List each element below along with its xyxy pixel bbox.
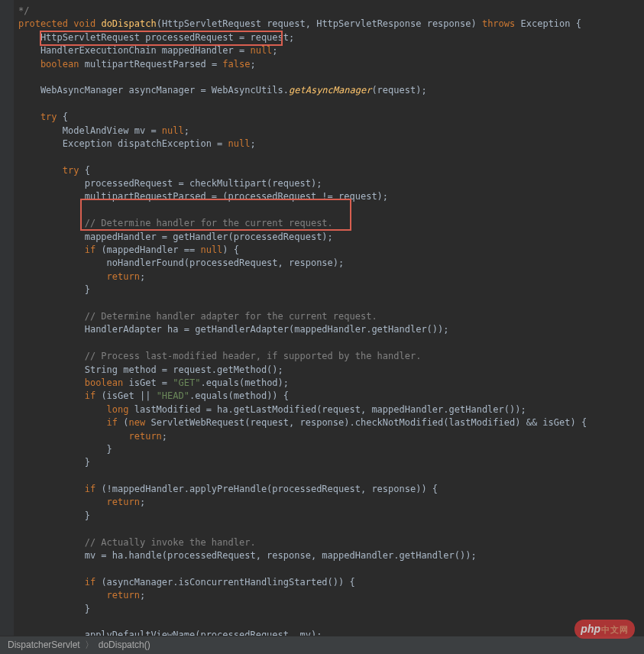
code-line: } — [18, 604, 90, 614]
code-token: null — [250, 45, 272, 56]
code-token: try — [18, 165, 79, 176]
code-token: (!mappedHandler.applyPreHandle(processed… — [95, 484, 438, 494]
code-token: .equals(method); — [200, 377, 289, 388]
code-line: HandlerAdapter ha = getHandlerAdapter(ma… — [18, 324, 449, 335]
code-token: ; — [140, 590, 145, 601]
code-token: try — [18, 112, 57, 122]
code-token: if — [18, 417, 118, 428]
code-line: // Determine handler adapter for the cur… — [18, 311, 377, 322]
code-line: // Determine handler for the current req… — [18, 218, 333, 228]
code-token: .equals(method)) { — [189, 390, 289, 401]
code-token: ; — [140, 271, 145, 282]
watermark-main: php — [581, 623, 600, 635]
code-line: String method = request.getMethod(); — [18, 364, 283, 375]
code-token: ServletWebRequest(request, response).che… — [145, 417, 587, 428]
code-line: */ — [18, 5, 29, 16]
code-token: doDispatch — [101, 18, 156, 29]
code-token: return — [18, 431, 162, 442]
code-line: noHandlerFound(processedRequest, respons… — [18, 257, 344, 268]
breadcrumb-item[interactable]: doDispatch() — [99, 639, 150, 652]
code-token: throws — [482, 18, 515, 29]
code-token: isGet = — [123, 377, 173, 388]
code-token: if — [18, 390, 95, 401]
code-token: if — [18, 484, 95, 494]
code-token: boolean — [18, 59, 79, 70]
code-token: protected — [18, 18, 68, 29]
code-token: return — [18, 590, 140, 601]
code-token: ; — [272, 45, 277, 56]
code-token: false — [222, 59, 250, 70]
code-line: // Process last-modified header, if supp… — [18, 351, 421, 361]
code-token: null — [200, 244, 222, 255]
code-token: return — [18, 271, 140, 282]
code-token: Exception dispatchException = — [18, 138, 228, 149]
code-token: ; — [184, 125, 189, 136]
code-token: ; — [162, 431, 167, 442]
code-line: } — [18, 284, 90, 295]
code-token: long — [18, 404, 129, 415]
code-line: // Actually invoke the handler. — [18, 537, 256, 548]
code-token: multipartRequestParsed = — [79, 59, 222, 70]
code-token: ; — [250, 138, 255, 149]
code-token: HandlerExecutionChain mappedHandler = — [18, 45, 250, 56]
code-token: "HEAD" — [157, 390, 189, 401]
code-token: return — [18, 497, 140, 507]
chevron-right-icon: 〉 — [85, 639, 94, 652]
code-token: Exception { — [515, 18, 581, 29]
code-editor[interactable]: */ protected void doDispatch(HttpServlet… — [14, 0, 644, 636]
code-token: null — [162, 125, 184, 136]
code-line: mappedHandler = getHandler(processedRequ… — [18, 231, 333, 242]
code-token: (asyncManager.isConcurrentHandlingStarte… — [95, 577, 355, 588]
watermark-sub: 中文网 — [601, 625, 629, 634]
code-token: new — [129, 417, 146, 428]
code-token: (request); — [371, 85, 426, 96]
code-token: ( — [118, 417, 128, 428]
code-line: multipartRequestParsed = (processedReque… — [18, 191, 388, 202]
watermark: php中文网 — [574, 620, 635, 639]
code-token: null — [228, 138, 251, 149]
code-token: ; — [140, 497, 145, 507]
code-token: { — [57, 112, 68, 122]
code-token: if — [18, 577, 95, 588]
code-token: WebAsyncManager asyncManager = WebAsyncU… — [18, 85, 289, 96]
code-token: "GET" — [173, 377, 200, 388]
code-token: lastModified = ha.getLastModified(reques… — [129, 404, 526, 415]
breadcrumb: DispatcherServlet 〉 doDispatch() — [0, 636, 644, 654]
code-token: if — [18, 244, 95, 255]
code-token: boolean — [18, 377, 123, 388]
code-token: (isGet || — [95, 390, 156, 401]
code-token: ModelAndView mv = — [18, 125, 162, 136]
breadcrumb-item[interactable]: DispatcherServlet — [8, 639, 80, 652]
code-token: { — [79, 165, 89, 176]
code-token: (HttpServletRequest request, HttpServlet… — [157, 18, 482, 29]
code-line: applyDefaultViewName(processedRequest, m… — [18, 630, 322, 636]
code-line: processedRequest = checkMultipart(reques… — [18, 178, 322, 189]
code-line: HttpServletRequest processedRequest = re… — [18, 32, 294, 43]
gutter — [0, 0, 14, 654]
code-line: } — [18, 444, 112, 455]
code-line: } — [18, 510, 90, 521]
code-line: } — [18, 457, 90, 468]
code-token: ; — [250, 59, 255, 70]
code-token: void — [73, 18, 95, 29]
code-line: mv = ha.handle(processedRequest, respons… — [18, 550, 477, 561]
code-token: ) { — [222, 244, 239, 255]
code-token: (mappedHandler == — [95, 244, 200, 255]
code-token: getAsyncManager — [289, 85, 371, 96]
